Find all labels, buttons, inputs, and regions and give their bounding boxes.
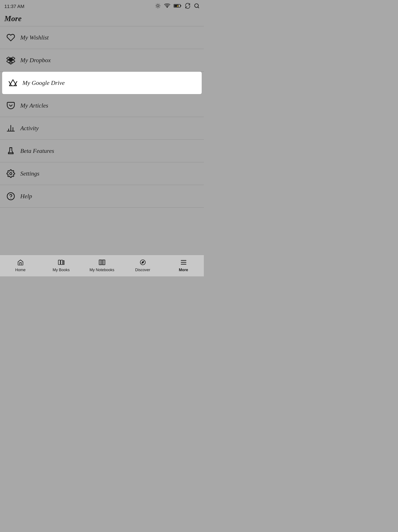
page-title-container: More xyxy=(0,12,204,26)
svg-marker-39 xyxy=(142,261,144,263)
nav-item-home[interactable]: Home xyxy=(0,255,41,276)
menu-item-dropbox[interactable]: My Dropbox xyxy=(0,49,204,72)
beaker-icon xyxy=(5,145,16,157)
home-nav-icon xyxy=(17,259,24,267)
discover-nav-label: Discover xyxy=(135,268,150,272)
more-nav-label: More xyxy=(179,268,188,272)
svg-rect-32 xyxy=(61,260,62,265)
svg-text:⚡: ⚡ xyxy=(176,5,179,7)
menu-item-wishlist[interactable]: My Wishlist xyxy=(0,26,204,49)
books-nav-icon xyxy=(58,259,65,267)
svg-point-9 xyxy=(167,7,168,7)
refresh-icon xyxy=(185,3,191,10)
compass-nav-icon xyxy=(140,259,146,267)
dropbox-icon xyxy=(5,55,16,66)
settings-label: Settings xyxy=(20,170,39,177)
svg-point-28 xyxy=(10,172,12,175)
gear-icon xyxy=(5,168,16,179)
dropbox-label: My Dropbox xyxy=(20,57,51,64)
svg-point-0 xyxy=(157,5,159,7)
my-notebooks-nav-label: My Notebooks xyxy=(89,268,114,272)
svg-rect-33 xyxy=(63,261,64,265)
menu-item-help[interactable]: Help xyxy=(0,185,204,208)
svg-line-8 xyxy=(159,4,160,4)
question-icon xyxy=(5,191,16,202)
brightness-icon xyxy=(155,3,161,10)
home-nav-label: Home xyxy=(15,268,25,272)
menu-list: My Wishlist My Dropbox xyxy=(0,26,204,208)
menu-item-articles[interactable]: My Articles xyxy=(0,94,204,117)
search-icon[interactable] xyxy=(194,3,199,10)
menu-item-google-drive-wrapper[interactable]: My Google Drive xyxy=(0,72,204,94)
articles-label: My Articles xyxy=(20,102,48,109)
svg-rect-31 xyxy=(58,260,60,265)
svg-line-15 xyxy=(198,7,199,8)
activity-label: Activity xyxy=(20,125,39,132)
nav-item-more[interactable]: More xyxy=(163,255,204,276)
status-bar: 11:37 AM xyxy=(0,0,204,12)
svg-line-4 xyxy=(159,7,160,7)
battery-icon: ⚡ xyxy=(174,4,181,9)
my-books-nav-label: My Books xyxy=(53,268,70,272)
page-title: More xyxy=(4,14,199,23)
nav-item-my-notebooks[interactable]: My Notebooks xyxy=(81,255,122,276)
notebooks-nav-icon xyxy=(99,259,106,267)
google-drive-icon xyxy=(7,77,19,89)
menu-nav-icon xyxy=(180,259,187,267)
beta-label: Beta Features xyxy=(20,147,54,154)
google-drive-label: My Google Drive xyxy=(22,79,65,86)
nav-item-discover[interactable]: Discover xyxy=(122,255,163,276)
svg-line-3 xyxy=(156,4,157,4)
wifi-icon xyxy=(164,3,170,10)
status-time: 11:37 AM xyxy=(4,4,24,9)
help-label: Help xyxy=(20,193,32,200)
status-icons: ⚡ xyxy=(155,3,199,10)
pocket-icon xyxy=(5,100,16,111)
nav-item-my-books[interactable]: My Books xyxy=(41,255,81,276)
wishlist-label: My Wishlist xyxy=(20,34,49,41)
bottom-nav: Home My Books My Notebooks xyxy=(0,255,204,276)
svg-line-22 xyxy=(11,62,12,63)
menu-item-activity[interactable]: Activity xyxy=(0,117,204,140)
svg-rect-12 xyxy=(180,5,181,6)
menu-item-beta[interactable]: Beta Features xyxy=(0,140,204,162)
svg-line-7 xyxy=(156,7,157,7)
heart-icon xyxy=(5,32,16,43)
menu-item-google-drive[interactable]: My Google Drive xyxy=(2,72,202,94)
menu-item-settings[interactable]: Settings xyxy=(0,162,204,185)
bar-chart-icon xyxy=(5,123,16,134)
